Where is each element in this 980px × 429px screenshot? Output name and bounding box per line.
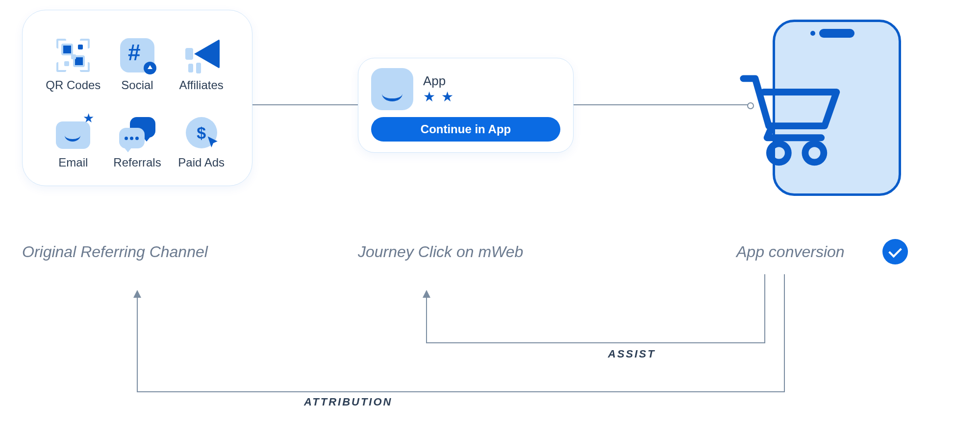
app-name: App	[423, 73, 454, 89]
stage-label-channel: Original Referring Channel	[22, 243, 208, 261]
channel-referrals: Referrals	[105, 103, 170, 181]
channels-card: QR Codes # Social Affiliates ★ Email	[22, 10, 252, 186]
continue-in-app-button[interactable]: Continue in App	[371, 117, 560, 142]
channel-label: QR Codes	[46, 78, 101, 92]
social-icon: #	[119, 37, 155, 73]
channel-label: Referrals	[113, 156, 161, 169]
channel-qr: QR Codes	[41, 26, 105, 103]
channel-label: Social	[121, 78, 153, 92]
app-icon	[371, 68, 413, 110]
channels-grid: QR Codes # Social Affiliates ★ Email	[41, 26, 233, 181]
stage-label-mweb: Journey Click on mWeb	[358, 243, 523, 261]
channel-label: Paid Ads	[178, 156, 225, 169]
svg-point-0	[770, 143, 788, 162]
flow-label-assist: ASSIST	[608, 348, 655, 360]
stage-label-conversion: App conversion	[736, 243, 845, 261]
channel-paid-ads: $ Paid Ads	[169, 103, 233, 181]
channel-social: # Social	[105, 26, 170, 103]
app-meta: App ★ ★	[423, 73, 454, 105]
channel-email: ★ Email	[41, 103, 105, 181]
conversion-node	[739, 20, 901, 196]
app-header-row: App ★ ★	[371, 68, 560, 110]
app-banner-card: App ★ ★ Continue in App	[358, 58, 574, 153]
cursor-icon	[206, 135, 221, 152]
qr-icon	[55, 37, 91, 73]
shopping-cart-icon	[739, 73, 842, 167]
svg-point-1	[805, 143, 824, 162]
channel-affiliates: Affiliates	[169, 26, 233, 103]
channel-label: Affiliates	[179, 78, 224, 92]
paid-ads-icon: $	[183, 115, 220, 151]
flow-label-attribution: ATTRIBUTION	[304, 396, 392, 408]
check-badge-icon	[882, 239, 908, 264]
diagram-stage: QR Codes # Social Affiliates ★ Email	[0, 0, 980, 429]
channel-label: Email	[58, 156, 88, 169]
email-icon: ★	[55, 115, 91, 151]
affiliates-icon	[183, 37, 220, 73]
star-icon: ★ ★	[423, 89, 454, 105]
referrals-icon	[119, 115, 155, 151]
